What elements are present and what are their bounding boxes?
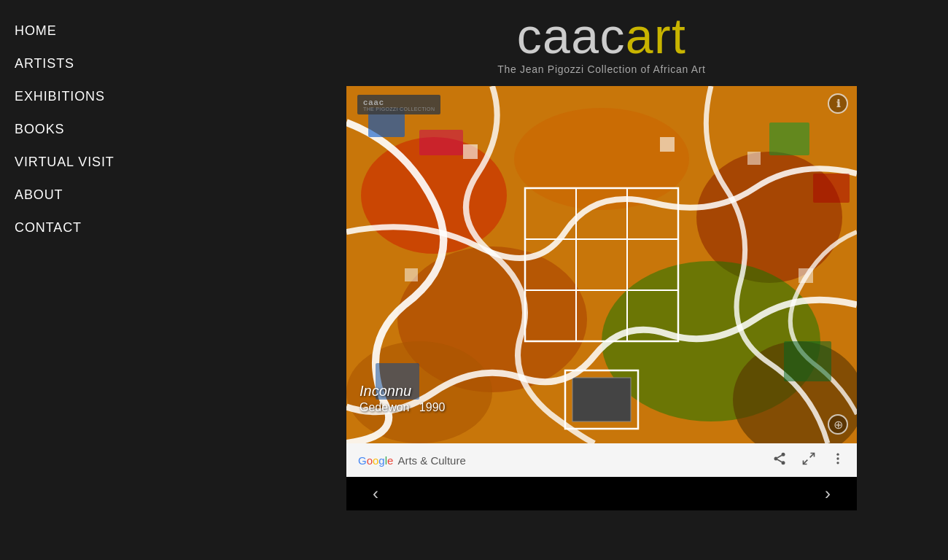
sidebar-item-artists[interactable]: ARTISTS <box>15 47 255 80</box>
svg-rect-24 <box>405 268 418 281</box>
gac-arts-label: Arts & Culture <box>397 454 465 467</box>
site-subtitle: The Jean Pigozzi Collection of African A… <box>497 63 705 75</box>
svg-rect-17 <box>769 122 809 155</box>
svg-rect-14 <box>572 378 631 421</box>
artwork-details: Gedewon 1990 <box>360 401 445 414</box>
svg-point-26 <box>782 452 785 456</box>
svg-rect-16 <box>419 130 463 155</box>
svg-point-35 <box>836 462 839 464</box>
svg-line-31 <box>810 453 815 457</box>
gac-logo: Google Arts & Culture <box>358 454 466 467</box>
svg-point-27 <box>774 456 778 460</box>
page-wrapper: HOME ARTISTS EXHIBITIONS BOOKS VIRTUAL V… <box>0 0 948 560</box>
sidebar: HOME ARTISTS EXHIBITIONS BOOKS VIRTUAL V… <box>0 0 255 560</box>
zoom-button[interactable]: ⊕ <box>828 414 848 435</box>
more-options-icon[interactable] <box>831 451 845 470</box>
svg-line-30 <box>777 455 782 457</box>
svg-point-2 <box>514 108 689 210</box>
svg-rect-21 <box>463 144 478 159</box>
watermark-text: caac <box>363 98 435 106</box>
sidebar-item-exhibitions[interactable]: EXHIBITIONS <box>15 80 255 113</box>
prev-arrow[interactable]: ‹ <box>361 483 390 505</box>
svg-point-28 <box>782 461 785 464</box>
svg-point-33 <box>836 453 839 455</box>
svg-line-32 <box>804 459 808 464</box>
svg-rect-22 <box>660 137 675 152</box>
next-arrow[interactable]: › <box>813 483 842 505</box>
main-nav: HOME ARTISTS EXHIBITIONS BOOKS VIRTUAL V… <box>15 15 255 244</box>
artwork-title: Inconnu <box>360 383 445 400</box>
sidebar-item-about[interactable]: ABOUT <box>15 179 255 211</box>
share-icon[interactable] <box>772 451 787 470</box>
logo-area: caacart The Jean Pigozzi Collection of A… <box>497 11 705 75</box>
sidebar-item-virtual-visit[interactable]: VIRTUAL VISIT <box>15 146 255 179</box>
sidebar-item-books[interactable]: BOOKS <box>15 113 255 146</box>
artwork-caption: Inconnu Gedewon 1990 <box>360 383 445 414</box>
svg-rect-25 <box>799 268 813 283</box>
site-logo[interactable]: caacart <box>517 11 687 61</box>
fullscreen-icon[interactable] <box>801 451 816 470</box>
gac-actions <box>772 451 845 470</box>
sidebar-item-home[interactable]: HOME <box>15 15 255 47</box>
logo-caac: caac <box>517 8 626 63</box>
artwork-year: 1990 <box>419 401 446 413</box>
svg-line-29 <box>777 459 782 462</box>
sidebar-item-contact[interactable]: CONTACT <box>15 211 255 244</box>
artwork-artist: Gedewon <box>360 401 410 413</box>
artwork-frame: caac THE PIGOZZI COLLECTION ℹ ⊕ Inconnu … <box>346 86 857 443</box>
artwork-viewer: caac THE PIGOZZI COLLECTION ℹ ⊕ Inconnu … <box>346 86 857 510</box>
info-button[interactable]: ℹ <box>828 93 848 114</box>
watermark-sub: THE PIGOZZI COLLECTION <box>363 106 435 112</box>
google-wordmark: Google <box>358 454 393 467</box>
logo-art: art <box>626 8 686 63</box>
nav-arrows: ‹ › <box>346 477 857 510</box>
svg-rect-20 <box>784 341 831 381</box>
svg-point-34 <box>836 457 839 459</box>
main-content: caacart The Jean Pigozzi Collection of A… <box>255 0 948 560</box>
artwork-watermark: caac THE PIGOZZI COLLECTION <box>357 95 440 114</box>
gac-bar: Google Arts & Culture <box>346 443 857 477</box>
svg-rect-18 <box>813 174 850 203</box>
svg-rect-23 <box>747 152 761 165</box>
